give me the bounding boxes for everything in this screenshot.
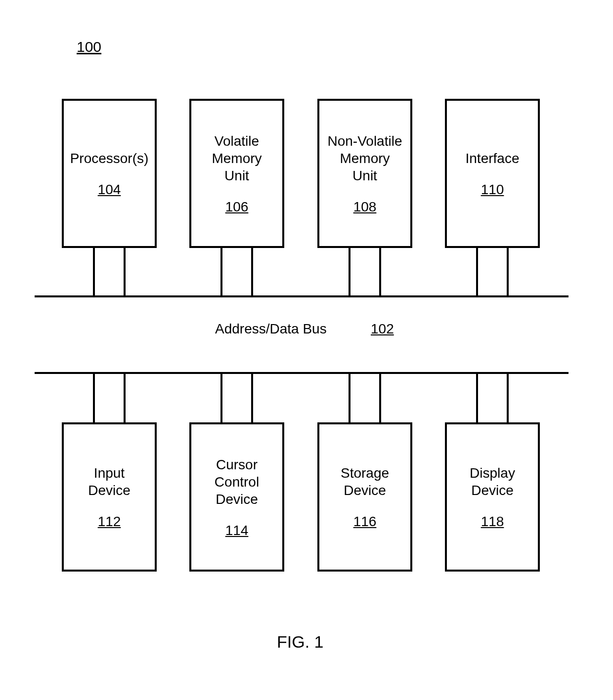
block-display-device: Display Device 118 <box>445 422 540 572</box>
block-label: Non-Volatile Memory Unit <box>328 132 402 184</box>
block-ref: 112 <box>98 514 121 530</box>
block-storage-device: Storage Device 116 <box>317 422 412 572</box>
figure-1: 100 Processor(s) 104 Volatile Memory Uni… <box>0 0 613 700</box>
block-ref: 108 <box>353 199 377 215</box>
block-ref: 116 <box>353 514 377 530</box>
block-ref: 114 <box>225 523 249 538</box>
block-volatile-memory: Volatile Memory Unit 106 <box>189 99 284 248</box>
block-label: Input Device <box>88 464 131 499</box>
block-label: Cursor Control Device <box>215 456 259 508</box>
bus-ref: 102 <box>371 321 394 337</box>
block-label: Display Device <box>470 464 515 499</box>
block-ref: 106 <box>225 199 249 215</box>
block-input-device: Input Device 112 <box>62 422 157 572</box>
block-cursor-control: Cursor Control Device 114 <box>189 422 284 572</box>
block-ref: 110 <box>481 182 504 198</box>
block-label: Processor(s) <box>70 150 149 167</box>
bus-label: Address/Data Bus <box>215 321 327 337</box>
block-label: Volatile Memory Unit <box>212 132 262 184</box>
figure-ref-number: 100 <box>77 39 101 55</box>
block-interface: Interface 110 <box>445 99 540 248</box>
block-ref: 118 <box>481 514 504 530</box>
figure-caption: FIG. 1 <box>277 632 323 652</box>
block-nonvolatile-memory: Non-Volatile Memory Unit 108 <box>317 99 412 248</box>
block-ref: 104 <box>98 182 121 198</box>
block-label: Storage Device <box>341 464 389 499</box>
block-label: Interface <box>466 150 520 167</box>
block-processor: Processor(s) 104 <box>62 99 157 248</box>
